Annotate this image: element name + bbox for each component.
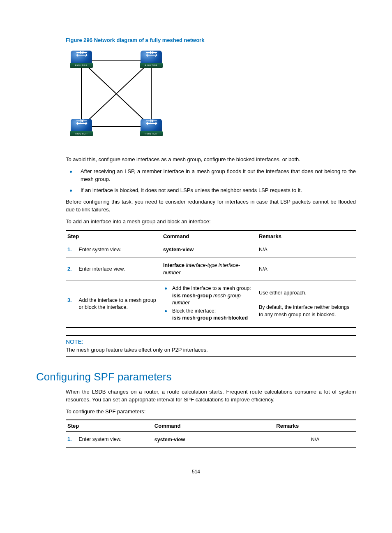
list-item: After receiving an LSP, a member interfa… (66, 168, 356, 183)
step-number: 1. (67, 436, 77, 443)
list-item: Block the interface: isis mesh-group mes… (163, 308, 256, 322)
paragraph: To add an interface into a mesh group an… (66, 218, 356, 226)
step-number: 2. (67, 266, 77, 273)
figure-caption: Figure 296 Network diagram of a fully me… (66, 37, 356, 43)
command-text: system-view (154, 437, 185, 443)
list-item: Add the interface to a mesh group: isis … (163, 285, 256, 307)
section-heading: Configuring SPF parameters (36, 371, 356, 383)
col-remarks: Remarks (257, 230, 356, 242)
step-number: 3. (67, 297, 77, 304)
col-command: Command (161, 230, 257, 242)
table-row: 2. Enter interface view. interface inter… (66, 258, 356, 281)
paragraph: To avoid this, configure some interfaces… (66, 156, 356, 164)
command-text: interface (163, 262, 184, 268)
list-item: If an interface is blocked, it does not … (66, 187, 356, 195)
note-block: NOTE: The mesh group feature takes effec… (66, 335, 356, 357)
note-text: The mesh group feature takes effect only… (66, 346, 356, 356)
command-table: Step Command Remarks 1. Enter system vie… (66, 230, 356, 328)
step-desc: Enter interface view. (78, 266, 159, 273)
command-table: Step Command Remarks 1. Enter system vie… (66, 419, 356, 448)
step-desc: Add the interface to a mesh group or blo… (78, 297, 159, 311)
remarks-text: Use either approach. By default, the int… (257, 281, 356, 327)
command-text: system-view (163, 247, 194, 253)
svg-line-4 (81, 61, 151, 127)
paragraph: To configure the SPF parameters: (66, 408, 356, 416)
bullet-list: After receiving an LSP, a member interfa… (66, 168, 356, 195)
paragraph: Before configuring this task, you need t… (66, 198, 356, 214)
router-icon: ⇄⇆ROUTER (141, 51, 162, 65)
table-row: 3. Add the interface to a mesh group or … (66, 281, 356, 327)
step-desc: Enter system view. (78, 246, 159, 254)
col-remarks: Remarks (274, 420, 356, 432)
remarks-text: N/A (257, 258, 356, 281)
paragraph: When the LSDB changes on a router, a rou… (66, 388, 356, 404)
svg-line-5 (81, 61, 151, 127)
col-step: Step (66, 420, 153, 432)
step-desc: Enter system view. (78, 436, 150, 443)
col-step: Step (66, 230, 161, 242)
network-diagram: ⇄⇆ROUTER ⇄⇆ROUTER ⇄⇆ROUTER ⇄⇆ROUTER (69, 51, 164, 141)
table-row: 1. Enter system view. system-view N/A (66, 432, 356, 448)
step-number: 1. (67, 246, 77, 254)
page-number: 514 (36, 469, 356, 475)
router-icon: ⇄⇆ROUTER (141, 119, 162, 134)
router-icon: ⇄⇆ROUTER (71, 119, 92, 134)
remarks-text: N/A (257, 242, 356, 258)
remarks-text: N/A (274, 432, 356, 448)
col-command: Command (153, 420, 275, 432)
router-icon: ⇄⇆ROUTER (71, 51, 92, 65)
table-row: 1. Enter system view. system-view N/A (66, 242, 356, 258)
note-label: NOTE: (66, 336, 356, 346)
